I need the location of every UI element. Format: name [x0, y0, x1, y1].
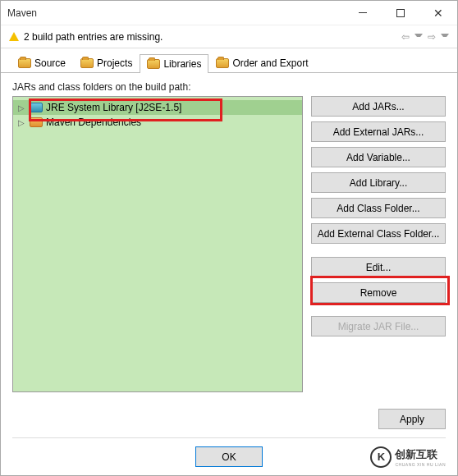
tab-label: Projects: [97, 57, 132, 69]
maximize-button[interactable]: [382, 1, 419, 25]
warning-bar: 2 build path entries are missing. ⇦ ⇨: [1, 25, 457, 48]
nav-arrows: ⇦ ⇨: [400, 30, 449, 44]
logo-icon: K: [370, 446, 392, 468]
minimize-button[interactable]: [344, 1, 382, 25]
tab-projects[interactable]: Projects: [73, 53, 140, 72]
footer: Apply OK K 创新互联 CHUANG XIN HU LIAN: [1, 400, 457, 475]
library-icon: [30, 103, 43, 112]
tab-label: Order and Export: [232, 57, 308, 69]
edit-button[interactable]: Edit...: [311, 257, 446, 277]
tree-item-label: JRE System Library [J2SE-1.5]: [46, 102, 181, 113]
library-icon: [30, 117, 43, 127]
folder-icon: [216, 58, 229, 68]
tab-order-export[interactable]: Order and Export: [208, 53, 315, 72]
tab-bar: Source Projects Libraries Order and Expo…: [1, 48, 457, 73]
add-variable-button[interactable]: Add Variable...: [311, 147, 446, 167]
logo-text: 创新互联: [395, 447, 446, 462]
add-external-jars-button[interactable]: Add External JARs...: [311, 121, 446, 142]
folder-icon: [147, 59, 160, 69]
add-library-button[interactable]: Add Library...: [311, 172, 446, 193]
divider: [12, 437, 446, 438]
tree-item-label: Maven Dependencies: [46, 117, 141, 128]
warning-icon: [9, 32, 19, 41]
expand-icon[interactable]: ▷: [18, 118, 26, 127]
nav-back-button[interactable]: ⇦: [400, 30, 411, 44]
content-area: JARs and class folders on the build path…: [1, 73, 457, 400]
tree-item-maven[interactable]: ▷ Maven Dependencies: [13, 115, 302, 130]
window-controls: ✕: [344, 1, 457, 25]
remove-button[interactable]: Remove: [311, 282, 446, 303]
tree-item-jre[interactable]: ▷ JRE System Library [J2SE-1.5]: [13, 100, 302, 115]
library-tree[interactable]: ▷ JRE System Library [J2SE-1.5] ▷ Maven …: [12, 96, 303, 392]
titlebar: Maven ✕: [1, 1, 457, 25]
ok-button[interactable]: OK: [195, 446, 263, 467]
add-class-folder-button[interactable]: Add Class Folder...: [311, 198, 446, 218]
window-title: Maven: [7, 7, 37, 19]
folder-icon: [80, 58, 94, 68]
nav-back-menu[interactable]: [414, 34, 423, 40]
migrate-jar-button: Migrate JAR File...: [311, 316, 446, 336]
apply-button[interactable]: Apply: [378, 409, 446, 429]
add-jars-button[interactable]: Add JARs...: [311, 96, 446, 117]
tab-label: Libraries: [163, 58, 201, 70]
folder-icon: [18, 58, 31, 68]
button-column: Add JARs... Add External JARs... Add Var…: [311, 96, 446, 392]
watermark-logo: K 创新互联 CHUANG XIN HU LIAN: [370, 446, 446, 468]
tab-source[interactable]: Source: [11, 53, 73, 72]
nav-forward-menu[interactable]: [441, 34, 449, 40]
nav-forward-button[interactable]: ⇨: [426, 30, 437, 44]
logo-subtext: CHUANG XIN HU LIAN: [395, 462, 446, 467]
tab-libraries[interactable]: Libraries: [140, 54, 208, 73]
add-external-class-folder-button[interactable]: Add External Class Folder...: [311, 223, 446, 244]
dialog-window: Maven ✕ 2 build path entries are missing…: [0, 0, 458, 476]
close-button[interactable]: ✕: [419, 1, 457, 25]
section-label: JARs and class folders on the build path…: [12, 81, 446, 93]
warning-text: 2 build path entries are missing.: [24, 31, 163, 43]
expand-icon[interactable]: ▷: [18, 103, 26, 112]
tab-label: Source: [34, 57, 66, 69]
